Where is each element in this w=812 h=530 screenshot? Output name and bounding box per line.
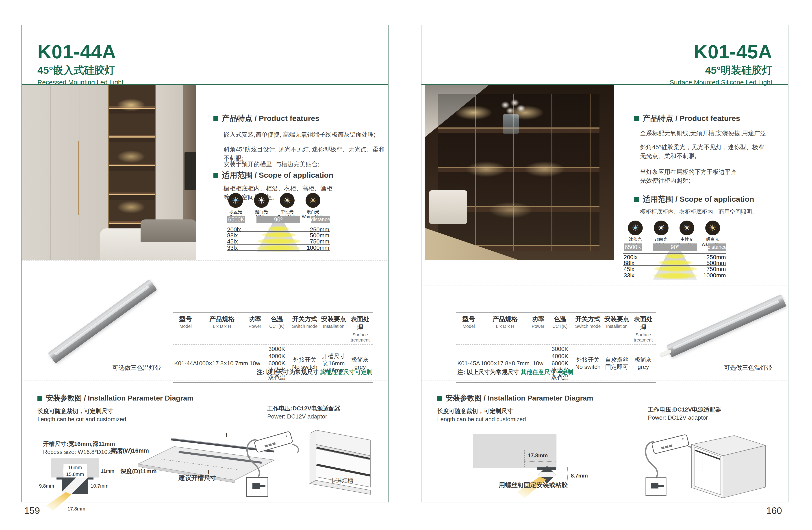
dim-17.8mm: 17.8mm bbox=[528, 452, 548, 459]
features-header-label: 产品特点 / Product features bbox=[643, 113, 740, 124]
size-note: 注: 以上尺寸为常规尺寸 其他任意尺寸可定制 bbox=[257, 368, 373, 376]
sun-icon: ☀ bbox=[654, 221, 668, 235]
mount-caption: 用螺丝钉固定安装或粘胶 bbox=[499, 481, 568, 489]
plug-head bbox=[651, 483, 658, 488]
adaptor-plug-sketch bbox=[243, 424, 301, 498]
lifestyle-photo bbox=[425, 85, 614, 260]
power-note-cn: 工作电压:DC12V电源适配器 bbox=[648, 406, 721, 414]
photo-blanket bbox=[141, 220, 196, 242]
light-mode-warm-white: ☀ 暖白光 Warm White bbox=[296, 193, 330, 219]
cct-chip: 6500K bbox=[227, 216, 245, 223]
square-bullet-icon bbox=[634, 197, 639, 202]
note-green-text: 其他任意尺寸可定制 bbox=[320, 369, 373, 375]
dim-10.7mm: 10.7mm bbox=[90, 483, 108, 489]
profile-diffuser bbox=[672, 300, 779, 350]
page-number-right: 160 bbox=[766, 505, 782, 516]
cell-power: 10w bbox=[246, 345, 264, 382]
cell-power: 10w bbox=[529, 345, 547, 382]
lux-label: 45lx bbox=[227, 238, 238, 245]
plug-head bbox=[252, 483, 260, 489]
recess-size-en: Recess size: W16.8*D10.8mm bbox=[43, 448, 122, 456]
note-green-text: 其他任意尺寸可定制 bbox=[521, 369, 573, 375]
light-mode-label-cn: 暖白光 bbox=[696, 237, 729, 242]
distance-label: 1000mm bbox=[307, 245, 329, 251]
profile-body bbox=[62, 477, 88, 494]
install-header: 安装参数图 / Installation Parameter Diagram bbox=[38, 393, 193, 403]
square-bullet-icon bbox=[634, 116, 639, 121]
scope-header: 适用范围 / Scope of application bbox=[214, 170, 333, 180]
cell-install: 开槽尺寸 宽16mm 深16mm bbox=[320, 345, 348, 382]
profile-caption: 可选做三色温灯带 bbox=[113, 364, 161, 372]
col-cct: 色温CCT(K) bbox=[264, 315, 290, 343]
recess-size-cn: 开槽尺寸:宽16mm,深11mm bbox=[43, 440, 115, 448]
power-note-cn: 工作电压:DC12V电源适配器 bbox=[267, 405, 340, 413]
cabinet-install-sketch: 卡进灯槽 bbox=[296, 427, 373, 499]
beam-distance-chart: 6500K 90⁰ distance 200lx 88lx 45lx 33lx … bbox=[227, 216, 330, 253]
cct-chip: 6500K bbox=[624, 243, 642, 251]
col-surface: 表面处理Surface treatment bbox=[631, 315, 656, 343]
sun-icon: ☀ bbox=[280, 193, 294, 208]
vertical-divider bbox=[156, 267, 156, 375]
board-caption: 建议开槽尺寸 bbox=[179, 474, 216, 482]
dim-15.8mm: 15.8mm bbox=[63, 472, 87, 477]
angle-chip: 90⁰ bbox=[257, 216, 300, 223]
sun-icon: ☀ bbox=[254, 193, 269, 208]
vertical-divider bbox=[659, 267, 659, 375]
sun-icon: ☀ bbox=[228, 193, 243, 208]
light-pool bbox=[665, 254, 686, 259]
length-note-en: Length can be cut and customized bbox=[437, 416, 526, 423]
install-header-label: 安装参数图 / Installation Parameter Diagram bbox=[46, 393, 193, 403]
features-header: 产品特点 / Product features bbox=[214, 113, 319, 124]
aluminum-profile bbox=[666, 294, 786, 358]
dim-9.8mm: 9.8mm bbox=[39, 483, 54, 489]
table-data-row: K01-44A 1000×17.8×10.7mm 10w 3000K 4000K… bbox=[173, 345, 373, 382]
photo-door-handle bbox=[78, 141, 79, 215]
board-depth-label: 深度(D)11mm bbox=[120, 468, 157, 475]
page-number-left: 159 bbox=[24, 505, 40, 516]
lux-label: 33lx bbox=[624, 272, 635, 279]
power-note-en: Power: DC12V adaptor bbox=[267, 413, 327, 420]
photo-flowers bbox=[496, 96, 527, 118]
lux-label: 45lx bbox=[624, 266, 635, 273]
features-header-label: 产品特点 / Product features bbox=[222, 113, 319, 124]
profile-cable bbox=[659, 349, 672, 357]
cell-size: 1000×17.8×8.7mm bbox=[481, 345, 529, 382]
distance-chip: distance bbox=[311, 216, 330, 223]
light-pool bbox=[654, 266, 697, 272]
length-note-cn: 长度可随意裁切，可定制尺寸 bbox=[38, 407, 113, 415]
light-pool bbox=[268, 226, 289, 231]
dim-16mm: 16mm bbox=[64, 465, 86, 471]
model-number: K01-45A bbox=[670, 42, 772, 62]
sun-icon: ☀ bbox=[680, 221, 694, 235]
col-switch: 开关方式Switch mode bbox=[573, 315, 603, 343]
catalog-spread: K01-44A 45°嵌入式硅胶灯 Recessed Mounting Led … bbox=[0, 0, 812, 530]
lux-label: 33lx bbox=[227, 245, 238, 251]
scope-header-label: 适用范围 / Scope of application bbox=[222, 170, 333, 180]
photo-door-seam bbox=[79, 85, 80, 260]
col-size: 产品规格L x D x H bbox=[198, 315, 246, 343]
dim-guide bbox=[567, 468, 568, 481]
subtitle-en: Surface Mounted Silicone Led Light bbox=[670, 79, 772, 86]
distance-chip: distance bbox=[708, 243, 726, 251]
cell-cct: 3000K 4000K 6000K 冰蓝光 双色温 bbox=[264, 345, 290, 382]
col-cct: 色温CCT(K) bbox=[547, 315, 573, 343]
sun-icon: ☀ bbox=[306, 193, 320, 208]
feature-line: 安装于预开的槽里, 与槽边完美贴合; bbox=[223, 160, 380, 169]
section-divider bbox=[22, 260, 387, 261]
install-header-label: 安装参数图 / Installation Parameter Diagram bbox=[446, 393, 593, 403]
feature-line: 全系标配无氧铜线,无须开槽,安装便捷,用途广泛; bbox=[640, 129, 779, 138]
section-divider bbox=[22, 380, 387, 381]
light-pool bbox=[257, 238, 301, 244]
table-header-row: 型号Model 产品规格L x D x H 功率Power 色温CCT(K) 开… bbox=[173, 312, 373, 345]
sun-icon: ☀ bbox=[705, 221, 720, 235]
cell-switch: 外接开关 No switch bbox=[573, 345, 603, 382]
light-mode-label-cn: 暖白光 bbox=[296, 209, 330, 214]
size-note: 注: 以上尺寸为常规尺寸 其他任意尺寸可定制 bbox=[457, 368, 573, 376]
cell-surface: 极简灰 grey bbox=[631, 345, 656, 382]
photo-tv bbox=[185, 152, 196, 190]
col-power: 功率Power bbox=[529, 315, 547, 343]
install-header: 安装参数图 / Installation Parameter Diagram bbox=[437, 393, 593, 403]
square-bullet-icon bbox=[38, 396, 42, 401]
cell-switch: 外接开关 No switch bbox=[290, 345, 320, 382]
title-block: K01-45A 45°明装硅胶灯 Surface Mounted Silicon… bbox=[670, 42, 772, 86]
